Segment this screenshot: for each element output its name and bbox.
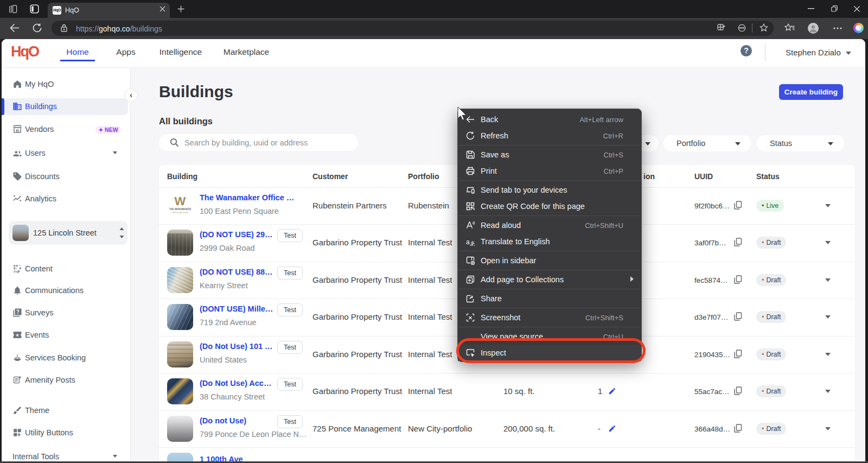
svg-text:あ: あ — [470, 240, 475, 246]
svg-text:a: a — [466, 238, 470, 246]
